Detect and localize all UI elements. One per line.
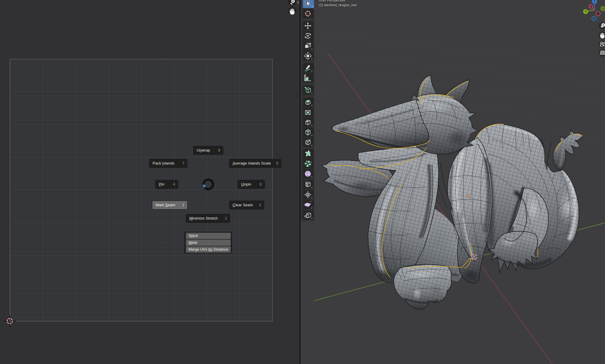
svg-text:X: X (590, 5, 592, 8)
svg-text:Z: Z (593, 0, 596, 3)
svg-text:Y: Y (585, 10, 587, 13)
